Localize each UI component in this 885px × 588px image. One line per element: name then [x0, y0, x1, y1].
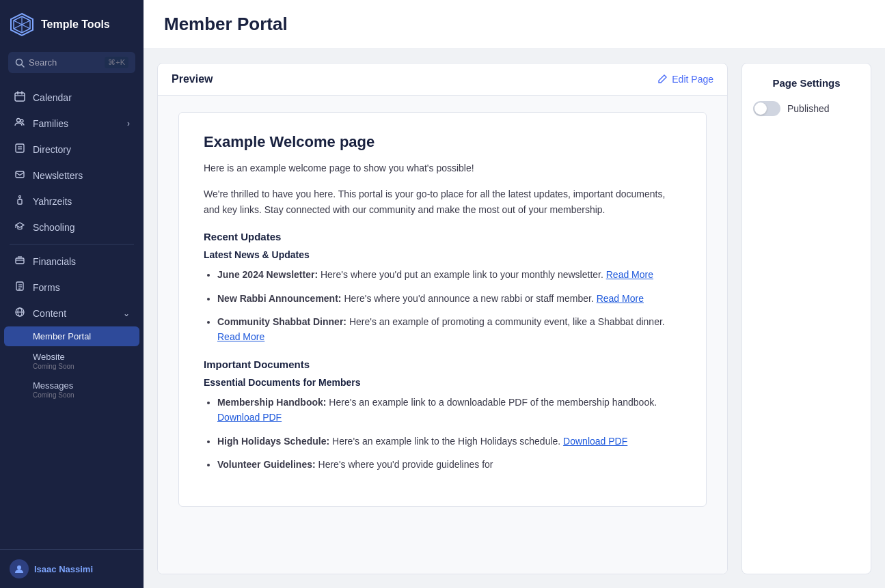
sidebar-item-forms[interactable]: Forms — [4, 275, 139, 300]
svg-point-12 — [21, 120, 23, 122]
preview-section2-sub: Essential Documents for Members — [204, 377, 681, 388]
published-row: Published — [753, 101, 860, 116]
svg-rect-13 — [16, 144, 24, 152]
list-item: High Holidays Schedule: Here's an exampl… — [217, 434, 681, 449]
financials-icon — [14, 255, 26, 268]
preview-content: Example Welcome page Here is an example … — [158, 96, 727, 574]
list-item: New Rabbi Announcement: Here's where you… — [217, 291, 681, 306]
sidebar-item-yahrzeits[interactable]: Yahrzeits — [4, 188, 139, 214]
svg-point-18 — [19, 196, 21, 198]
news-item-2-link[interactable]: Read More — [217, 331, 264, 342]
preview-panel: Preview Edit Page Example Welcome page H… — [157, 63, 728, 574]
page-title: Member Portal — [164, 14, 864, 35]
newsletters-icon — [14, 169, 26, 182]
main-body: Preview Edit Page Example Welcome page H… — [144, 49, 885, 588]
list-item: Community Shabbat Dinner: Here's an exam… — [217, 314, 681, 345]
sidebar-item-calendar[interactable]: Calendar — [4, 85, 139, 110]
news-item-0-bold: June 2024 Newsletter: — [217, 269, 318, 280]
sidebar-item-newsletters[interactable]: Newsletters — [4, 163, 139, 188]
edit-icon — [657, 74, 668, 85]
docs-item-2-text: Here's where you'd provide guidelines fo… — [318, 459, 493, 470]
website-label: Website — [33, 352, 130, 362]
sidebar-item-yahrzeits-label: Yahrzeits — [33, 196, 72, 207]
preview-intro2: We're thrilled to have you here. This po… — [204, 186, 681, 217]
search-placeholder: Search — [29, 57, 100, 68]
sidebar-item-website: Website Coming Soon — [4, 347, 139, 375]
sidebar-item-directory[interactable]: Directory — [4, 137, 139, 162]
user-footer[interactable]: Isaac Nassimi — [0, 549, 144, 588]
docs-item-1-text: Here's an example link to the High Holid… — [332, 436, 563, 447]
sidebar-item-directory-label: Directory — [33, 144, 71, 155]
news-item-1-link[interactable]: Read More — [597, 293, 644, 304]
sidebar-logo: Temple Tools — [0, 0, 144, 46]
preview-intro1: Here is an example welcome page to show … — [204, 160, 681, 176]
sidebar-item-calendar-label: Calendar — [33, 92, 72, 103]
nav-divider — [10, 244, 134, 244]
news-item-2-bold: Community Shabbat Dinner: — [217, 316, 346, 327]
content-chevron-icon: ⌄ — [123, 309, 130, 318]
sidebar-item-financials[interactable]: Financials — [4, 249, 139, 274]
page-header: Member Portal — [144, 0, 885, 49]
docs-item-2-bold: Volunteer Guidelines: — [217, 459, 316, 470]
preview-page-title: Example Welcome page — [204, 133, 681, 151]
user-avatar — [10, 559, 29, 578]
user-name: Isaac Nassimi — [34, 564, 93, 574]
schooling-icon — [14, 221, 26, 234]
member-portal-label: Member Portal — [33, 331, 130, 341]
docs-item-0-link[interactable]: Download PDF — [217, 412, 282, 423]
docs-item-0-text: Here's an example link to a downloadable… — [329, 397, 657, 408]
news-item-0-link[interactable]: Read More — [606, 269, 653, 280]
sidebar-item-newsletters-label: Newsletters — [33, 170, 83, 181]
sidebar-item-families[interactable]: Families › — [4, 111, 139, 136]
preview-news-list: June 2024 Newsletter: Here's where you'd… — [204, 267, 681, 345]
sidebar-item-families-label: Families — [33, 118, 68, 129]
messages-label: Messages — [33, 380, 130, 391]
docs-item-1-link[interactable]: Download PDF — [563, 436, 627, 447]
calendar-icon — [14, 91, 26, 104]
news-item-0-text: Here's where you'd put an example link t… — [321, 269, 606, 280]
sidebar-item-messages: Messages Coming Soon — [4, 376, 139, 404]
yahrzeits-icon — [14, 195, 26, 208]
website-coming-soon: Coming Soon — [33, 363, 130, 370]
search-bar[interactable]: Search ⌘+K — [8, 52, 135, 73]
app-title: Temple Tools — [41, 18, 110, 31]
list-item: Membership Handbook: Here's an example l… — [217, 395, 681, 425]
svg-rect-16 — [16, 171, 24, 178]
preview-inner: Example Welcome page Here is an example … — [178, 112, 707, 507]
search-shortcut: ⌘+K — [105, 57, 128, 68]
edit-page-label: Edit Page — [672, 74, 713, 85]
sidebar-item-schooling-label: Schooling — [33, 222, 75, 233]
sidebar-item-content-label: Content — [33, 308, 66, 319]
page-settings-panel: Page Settings Published — [741, 63, 871, 574]
news-item-2-text: Here's an example of promoting a communi… — [349, 316, 665, 327]
svg-line-6 — [22, 64, 25, 67]
published-label: Published — [787, 103, 830, 114]
families-chevron-icon: › — [127, 119, 130, 128]
sidebar-item-schooling[interactable]: Schooling — [4, 214, 139, 240]
list-item: June 2024 Newsletter: Here's where you'd… — [217, 267, 681, 282]
docs-item-0-bold: Membership Handbook: — [217, 397, 326, 408]
docs-item-1-bold: High Holidays Schedule: — [217, 436, 329, 447]
directory-icon — [14, 143, 26, 156]
edit-page-button[interactable]: Edit Page — [657, 74, 713, 85]
published-toggle[interactable] — [753, 101, 780, 116]
svg-rect-7 — [15, 93, 25, 101]
sidebar: Temple Tools Search ⌘+K Calendar Familie… — [0, 0, 144, 588]
news-item-1-bold: New Rabbi Announcement: — [217, 293, 342, 304]
list-item: Volunteer Guidelines: Here's where you'd… — [217, 457, 681, 472]
messages-coming-soon: Coming Soon — [33, 391, 130, 399]
families-icon — [14, 117, 26, 130]
forms-icon — [14, 281, 26, 294]
sidebar-item-financials-label: Financials — [33, 256, 76, 267]
sidebar-item-content[interactable]: Content ⌄ — [4, 300, 139, 326]
content-icon — [14, 307, 26, 320]
settings-title: Page Settings — [753, 77, 860, 89]
search-icon — [15, 58, 25, 68]
svg-point-11 — [17, 119, 21, 122]
preview-header: Preview Edit Page — [158, 64, 727, 96]
nav-menu: Calendar Families › Directory Newsletter… — [0, 81, 144, 549]
preview-section2-title: Important Documents — [204, 359, 681, 370]
sidebar-item-member-portal[interactable]: Member Portal — [4, 326, 139, 346]
preview-section1-sub: Latest News & Updates — [204, 249, 681, 260]
preview-docs-list: Membership Handbook: Here's an example l… — [204, 395, 681, 473]
